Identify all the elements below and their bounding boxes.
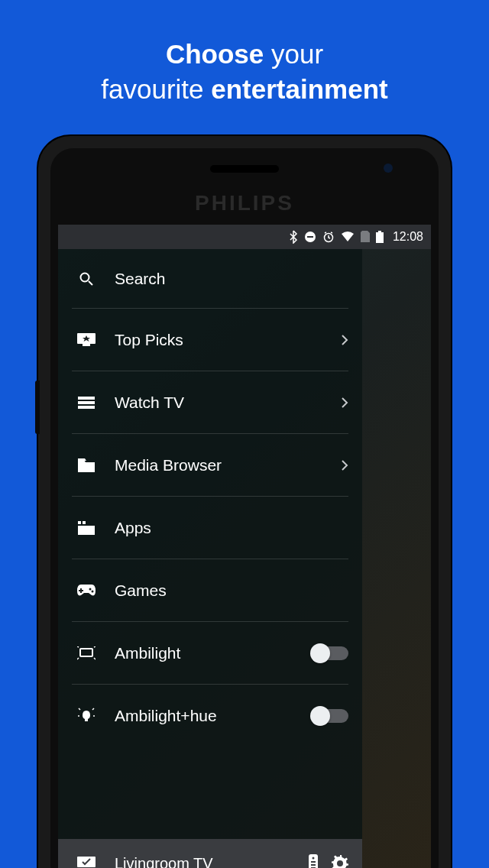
menu-label: Top Picks <box>115 331 341 349</box>
menu-item-ambilight[interactable]: Ambilight <box>72 622 348 685</box>
svg-rect-11 <box>78 521 81 524</box>
menu-label: Ambilight+hue <box>115 707 312 725</box>
svg-point-5 <box>81 273 89 281</box>
menu-item-apps[interactable]: Apps <box>72 497 348 559</box>
ambilight-toggle[interactable] <box>312 646 348 660</box>
svg-rect-9 <box>78 401 95 404</box>
sim-icon <box>361 231 370 243</box>
phone-brand: PHILIPS <box>50 191 439 215</box>
status-bar: 12:08 <box>58 225 431 249</box>
svg-rect-23 <box>311 861 316 863</box>
alarm-icon <box>322 231 335 243</box>
status-time: 12:08 <box>393 230 423 244</box>
nav-drawer: Search Top Picks <box>58 249 362 868</box>
menu-item-games[interactable]: Games <box>72 559 348 622</box>
svg-point-22 <box>313 857 315 860</box>
svg-rect-15 <box>79 590 83 591</box>
svg-point-17 <box>92 590 94 592</box>
gear-icon[interactable] <box>332 855 348 868</box>
svg-rect-24 <box>311 864 316 866</box>
phone-camera <box>384 164 393 173</box>
top-picks-icon <box>72 333 101 347</box>
remote-icon[interactable] <box>309 854 318 868</box>
svg-rect-10 <box>78 406 95 409</box>
gamepad-icon <box>72 585 101 597</box>
svg-rect-3 <box>378 231 381 232</box>
phone-frame: PHILIPS <box>38 136 451 868</box>
svg-rect-12 <box>83 521 86 524</box>
svg-rect-1 <box>307 236 313 238</box>
bottom-bar: Livingroom TV <box>58 839 362 868</box>
volume-button <box>35 381 40 434</box>
bluetooth-icon <box>289 230 298 244</box>
menu-label: Watch TV <box>115 394 341 412</box>
svg-rect-4 <box>376 232 384 243</box>
menu-label: Search <box>115 270 348 288</box>
apps-icon <box>72 521 101 535</box>
wifi-icon <box>341 232 355 242</box>
menu-item-watch-tv[interactable]: Watch TV <box>72 371 348 434</box>
menu-item-top-picks[interactable]: Top Picks <box>72 309 348 371</box>
phone-speaker <box>210 165 279 173</box>
search-icon <box>72 271 101 287</box>
menu-item-search[interactable]: Search <box>72 249 348 309</box>
menu-item-media-browser[interactable]: Media Browser <box>72 434 348 497</box>
watch-tv-icon <box>72 397 101 409</box>
chevron-right-icon <box>341 334 348 346</box>
svg-point-16 <box>89 588 92 590</box>
device-label: Livingroom TV <box>115 855 295 869</box>
chevron-right-icon <box>341 459 348 471</box>
svg-rect-13 <box>78 526 95 535</box>
menu-item-ambilight-hue[interactable]: Ambilight+hue <box>72 685 348 747</box>
battery-icon <box>376 231 384 243</box>
svg-rect-7 <box>83 344 90 346</box>
svg-rect-8 <box>78 397 95 400</box>
chevron-right-icon <box>341 397 348 409</box>
menu-label: Media Browser <box>115 456 341 474</box>
menu-label: Apps <box>115 519 348 537</box>
tv-check-icon <box>72 857 101 868</box>
svg-rect-18 <box>80 649 92 656</box>
dnd-icon <box>304 231 316 243</box>
phone-screen: 12:08 Search Top Picks <box>58 225 431 868</box>
ambilight-hue-icon <box>72 708 101 724</box>
promo-headline: Choose your favourite entertainment <box>0 0 489 106</box>
menu-label: Games <box>115 581 348 600</box>
folder-icon <box>72 458 101 472</box>
ambilight-icon <box>72 646 101 660</box>
menu-label: Ambilight <box>115 644 312 662</box>
svg-point-26 <box>337 860 343 866</box>
ambilight-hue-toggle[interactable] <box>312 709 348 723</box>
